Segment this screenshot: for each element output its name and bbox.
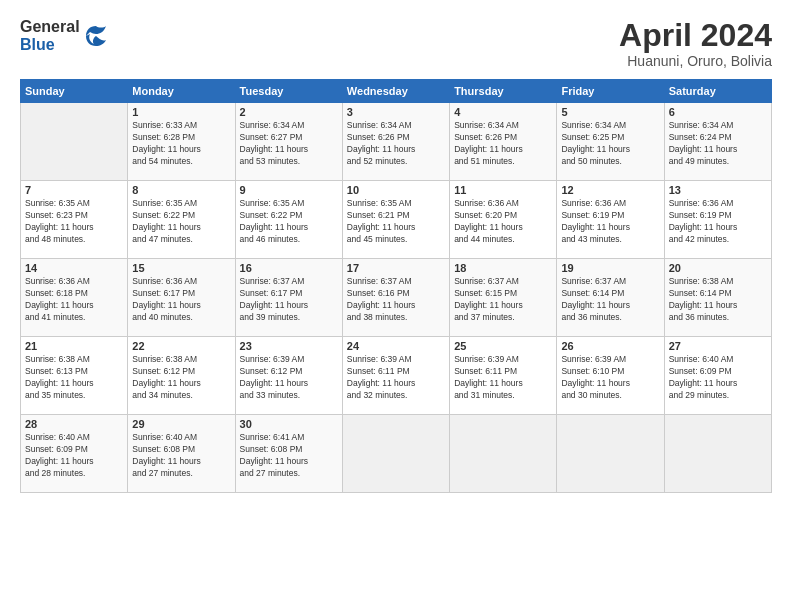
table-row: 5Sunrise: 6:34 AMSunset: 6:25 PMDaylight… <box>557 103 664 181</box>
day-number: 20 <box>669 262 767 274</box>
day-number: 24 <box>347 340 445 352</box>
table-row: 21Sunrise: 6:38 AMSunset: 6:13 PMDayligh… <box>21 337 128 415</box>
cell-info: Sunrise: 6:34 AMSunset: 6:24 PMDaylight:… <box>669 120 767 168</box>
table-row: 26Sunrise: 6:39 AMSunset: 6:10 PMDayligh… <box>557 337 664 415</box>
day-number: 11 <box>454 184 552 196</box>
col-sunday: Sunday <box>21 80 128 103</box>
table-row: 2Sunrise: 6:34 AMSunset: 6:27 PMDaylight… <box>235 103 342 181</box>
logo-bird-icon <box>84 24 108 48</box>
table-row: 11Sunrise: 6:36 AMSunset: 6:20 PMDayligh… <box>450 181 557 259</box>
day-number: 14 <box>25 262 123 274</box>
day-number: 9 <box>240 184 338 196</box>
table-row: 30Sunrise: 6:41 AMSunset: 6:08 PMDayligh… <box>235 415 342 493</box>
table-row <box>557 415 664 493</box>
day-number: 18 <box>454 262 552 274</box>
table-row: 22Sunrise: 6:38 AMSunset: 6:12 PMDayligh… <box>128 337 235 415</box>
table-row: 1Sunrise: 6:33 AMSunset: 6:28 PMDaylight… <box>128 103 235 181</box>
cell-info: Sunrise: 6:38 AMSunset: 6:13 PMDaylight:… <box>25 354 123 402</box>
cell-info: Sunrise: 6:35 AMSunset: 6:22 PMDaylight:… <box>240 198 338 246</box>
page: General Blue April 2024 Huanuni, Oruro, … <box>0 0 792 612</box>
day-number: 8 <box>132 184 230 196</box>
calendar-week-3: 21Sunrise: 6:38 AMSunset: 6:13 PMDayligh… <box>21 337 772 415</box>
table-row <box>342 415 449 493</box>
cell-info: Sunrise: 6:35 AMSunset: 6:21 PMDaylight:… <box>347 198 445 246</box>
cell-info: Sunrise: 6:40 AMSunset: 6:08 PMDaylight:… <box>132 432 230 480</box>
cell-info: Sunrise: 6:40 AMSunset: 6:09 PMDaylight:… <box>25 432 123 480</box>
day-number: 6 <box>669 106 767 118</box>
table-row: 6Sunrise: 6:34 AMSunset: 6:24 PMDaylight… <box>664 103 771 181</box>
cell-info: Sunrise: 6:40 AMSunset: 6:09 PMDaylight:… <box>669 354 767 402</box>
table-row: 16Sunrise: 6:37 AMSunset: 6:17 PMDayligh… <box>235 259 342 337</box>
col-friday: Friday <box>557 80 664 103</box>
col-tuesday: Tuesday <box>235 80 342 103</box>
col-thursday: Thursday <box>450 80 557 103</box>
table-row: 18Sunrise: 6:37 AMSunset: 6:15 PMDayligh… <box>450 259 557 337</box>
cell-info: Sunrise: 6:36 AMSunset: 6:19 PMDaylight:… <box>561 198 659 246</box>
day-number: 4 <box>454 106 552 118</box>
col-monday: Monday <box>128 80 235 103</box>
table-row <box>450 415 557 493</box>
calendar-week-4: 28Sunrise: 6:40 AMSunset: 6:09 PMDayligh… <box>21 415 772 493</box>
logo-general: General <box>20 18 80 36</box>
header-row: Sunday Monday Tuesday Wednesday Thursday… <box>21 80 772 103</box>
cell-info: Sunrise: 6:39 AMSunset: 6:10 PMDaylight:… <box>561 354 659 402</box>
table-row: 25Sunrise: 6:39 AMSunset: 6:11 PMDayligh… <box>450 337 557 415</box>
day-number: 19 <box>561 262 659 274</box>
cell-info: Sunrise: 6:36 AMSunset: 6:18 PMDaylight:… <box>25 276 123 324</box>
day-number: 7 <box>25 184 123 196</box>
table-row: 17Sunrise: 6:37 AMSunset: 6:16 PMDayligh… <box>342 259 449 337</box>
day-number: 21 <box>25 340 123 352</box>
cell-info: Sunrise: 6:37 AMSunset: 6:17 PMDaylight:… <box>240 276 338 324</box>
logo-text: General Blue <box>20 18 80 53</box>
day-number: 10 <box>347 184 445 196</box>
table-row: 14Sunrise: 6:36 AMSunset: 6:18 PMDayligh… <box>21 259 128 337</box>
cell-info: Sunrise: 6:39 AMSunset: 6:12 PMDaylight:… <box>240 354 338 402</box>
table-row: 10Sunrise: 6:35 AMSunset: 6:21 PMDayligh… <box>342 181 449 259</box>
header: General Blue April 2024 Huanuni, Oruro, … <box>20 18 772 69</box>
day-number: 23 <box>240 340 338 352</box>
table-row <box>21 103 128 181</box>
table-row <box>664 415 771 493</box>
cell-info: Sunrise: 6:37 AMSunset: 6:15 PMDaylight:… <box>454 276 552 324</box>
title-area: April 2024 Huanuni, Oruro, Bolivia <box>619 18 772 69</box>
table-row: 12Sunrise: 6:36 AMSunset: 6:19 PMDayligh… <box>557 181 664 259</box>
day-number: 26 <box>561 340 659 352</box>
day-number: 28 <box>25 418 123 430</box>
cell-info: Sunrise: 6:34 AMSunset: 6:27 PMDaylight:… <box>240 120 338 168</box>
day-number: 27 <box>669 340 767 352</box>
table-row: 27Sunrise: 6:40 AMSunset: 6:09 PMDayligh… <box>664 337 771 415</box>
table-row: 13Sunrise: 6:36 AMSunset: 6:19 PMDayligh… <box>664 181 771 259</box>
col-wednesday: Wednesday <box>342 80 449 103</box>
table-row: 4Sunrise: 6:34 AMSunset: 6:26 PMDaylight… <box>450 103 557 181</box>
cell-info: Sunrise: 6:38 AMSunset: 6:14 PMDaylight:… <box>669 276 767 324</box>
table-row: 8Sunrise: 6:35 AMSunset: 6:22 PMDaylight… <box>128 181 235 259</box>
day-number: 1 <box>132 106 230 118</box>
table-row: 9Sunrise: 6:35 AMSunset: 6:22 PMDaylight… <box>235 181 342 259</box>
calendar-week-0: 1Sunrise: 6:33 AMSunset: 6:28 PMDaylight… <box>21 103 772 181</box>
location-subtitle: Huanuni, Oruro, Bolivia <box>619 53 772 69</box>
day-number: 2 <box>240 106 338 118</box>
cell-info: Sunrise: 6:34 AMSunset: 6:26 PMDaylight:… <box>347 120 445 168</box>
cell-info: Sunrise: 6:39 AMSunset: 6:11 PMDaylight:… <box>454 354 552 402</box>
col-saturday: Saturday <box>664 80 771 103</box>
calendar-week-1: 7Sunrise: 6:35 AMSunset: 6:23 PMDaylight… <box>21 181 772 259</box>
cell-info: Sunrise: 6:35 AMSunset: 6:23 PMDaylight:… <box>25 198 123 246</box>
cell-info: Sunrise: 6:38 AMSunset: 6:12 PMDaylight:… <box>132 354 230 402</box>
month-title: April 2024 <box>619 18 772 53</box>
table-row: 29Sunrise: 6:40 AMSunset: 6:08 PMDayligh… <box>128 415 235 493</box>
calendar-week-2: 14Sunrise: 6:36 AMSunset: 6:18 PMDayligh… <box>21 259 772 337</box>
table-row: 3Sunrise: 6:34 AMSunset: 6:26 PMDaylight… <box>342 103 449 181</box>
day-number: 17 <box>347 262 445 274</box>
cell-info: Sunrise: 6:39 AMSunset: 6:11 PMDaylight:… <box>347 354 445 402</box>
cell-info: Sunrise: 6:36 AMSunset: 6:20 PMDaylight:… <box>454 198 552 246</box>
logo-blue: Blue <box>20 36 80 54</box>
cell-info: Sunrise: 6:36 AMSunset: 6:17 PMDaylight:… <box>132 276 230 324</box>
day-number: 29 <box>132 418 230 430</box>
cell-info: Sunrise: 6:35 AMSunset: 6:22 PMDaylight:… <box>132 198 230 246</box>
cell-info: Sunrise: 6:41 AMSunset: 6:08 PMDaylight:… <box>240 432 338 480</box>
table-row: 15Sunrise: 6:36 AMSunset: 6:17 PMDayligh… <box>128 259 235 337</box>
day-number: 12 <box>561 184 659 196</box>
cell-info: Sunrise: 6:33 AMSunset: 6:28 PMDaylight:… <box>132 120 230 168</box>
day-number: 5 <box>561 106 659 118</box>
table-row: 20Sunrise: 6:38 AMSunset: 6:14 PMDayligh… <box>664 259 771 337</box>
